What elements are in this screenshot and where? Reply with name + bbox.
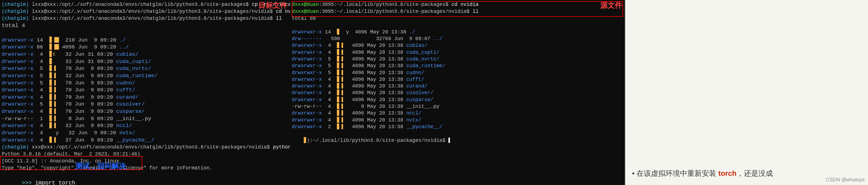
info-content: • 在该虚拟环境中重新安装 torch，还是没成: [625, 0, 868, 185]
cmd-line-3: (chatglm) lxxx@xxx:/opt/…v/soft/anaconda…: [2, 15, 288, 22]
total-line: total 4: [2, 22, 288, 30]
right-cmd-2: dxxx@duan:3095:~/.local/lib/python3.8/si…: [292, 8, 623, 15]
annotation-target-file: 目标文件: [258, 1, 287, 10]
import-torch-line: >>> import torch: [2, 172, 75, 185]
gcc-info: [GCC 11.2.0] :: Anaconda, Inc. on linux: [2, 158, 288, 165]
torch-highlight: torch: [718, 169, 737, 178]
left-terminal: (chatglm) lxxx@xxx:/opt/…/soft/anaconda3…: [0, 0, 290, 185]
right-final-prompt: ▊):~/.local/lib/python3.8/site-packages/…: [292, 130, 623, 151]
right-cmd-1: dxxx@duan:3095:~/.local/lib/python3.8/si…: [292, 1, 623, 8]
annotation-test-solve: 测试，回问解决: [75, 161, 126, 171]
dir-listing-left: drwxrwxr-x 14 ▊▐█ 210 Jun 9 09:20 ./ drw…: [2, 30, 288, 144]
cmd-line-1: (chatglm) lxxx@xxx:/opt/…/soft/anaconda3…: [2, 1, 288, 8]
python-cmd: (chatglm) xxx@xxx:/opt/…v/soft/anaconda3…: [2, 144, 288, 151]
cmd-line-2: (chatglm) lxxx@xxx:/opt/…v/soft/anaconda…: [2, 8, 288, 15]
csdn-watermark: CSDN @whatsys: [826, 177, 865, 183]
right-terminal: dxxx@duan:3095:~/.local/lib/python3.8/si…: [290, 0, 625, 185]
python-version: Python 3.8.16 (default, Mar 2 2023, 03:2…: [2, 151, 288, 158]
right-total: total 88: [292, 15, 623, 22]
python-help-hint: Type "help", "copyright", "credits" or "…: [2, 165, 288, 172]
annotation-source-file: 源文件: [600, 1, 622, 10]
info-panel: • 在该虚拟环境中重新安装 torch，还是没成 CSDN @whatsys: [625, 0, 868, 185]
dir-listing-right: drwxrwxr-x 14 ▊ y 4096 May 20 13:38 ./ d…: [292, 22, 623, 130]
